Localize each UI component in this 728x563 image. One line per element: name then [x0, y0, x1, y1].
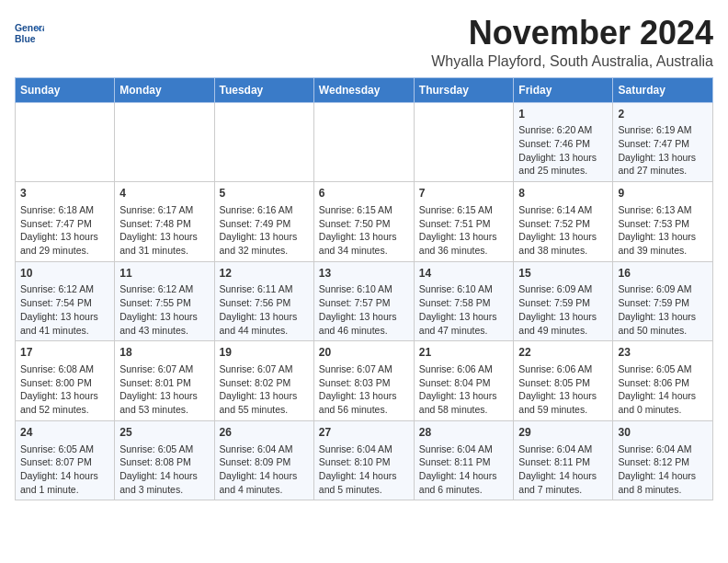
- day-info: and 50 minutes.: [618, 324, 708, 338]
- calendar-cell: 24Sunrise: 6:05 AMSunset: 8:07 PMDayligh…: [16, 420, 115, 500]
- day-info: and 43 minutes.: [119, 324, 209, 338]
- day-info: Sunrise: 6:16 AM: [220, 203, 309, 217]
- day-number: 26: [220, 425, 309, 441]
- day-info: Sunrise: 6:09 AM: [618, 282, 708, 296]
- day-info: and 36 minutes.: [419, 244, 509, 258]
- day-info: Daylight: 13 hours: [319, 389, 409, 403]
- day-number: 19: [220, 345, 309, 361]
- day-info: Sunset: 7:57 PM: [319, 296, 409, 310]
- day-info: Sunset: 7:49 PM: [220, 217, 309, 231]
- day-info: and 32 minutes.: [220, 244, 309, 258]
- day-info: Daylight: 13 hours: [518, 310, 608, 324]
- day-info: Daylight: 13 hours: [618, 230, 708, 244]
- day-info: Sunset: 8:04 PM: [419, 376, 509, 390]
- calendar-cell: 11Sunrise: 6:12 AMSunset: 7:55 PMDayligh…: [115, 261, 214, 341]
- calendar-cell: 5Sunrise: 6:16 AMSunset: 7:49 PMDaylight…: [214, 182, 313, 262]
- day-number: 30: [618, 425, 708, 441]
- day-number: 17: [20, 345, 109, 361]
- calendar-cell: 7Sunrise: 6:15 AMSunset: 7:51 PMDaylight…: [414, 182, 514, 262]
- calendar-cell: 29Sunrise: 6:04 AMSunset: 8:11 PMDayligh…: [514, 420, 613, 500]
- day-info: and 31 minutes.: [119, 244, 209, 258]
- day-info: Sunrise: 6:10 AM: [319, 282, 409, 296]
- day-info: and 0 minutes.: [618, 403, 708, 417]
- day-info: Daylight: 14 hours: [419, 469, 509, 483]
- day-number: 20: [319, 345, 409, 361]
- day-info: Sunset: 7:46 PM: [518, 137, 608, 151]
- calendar-cell: 26Sunrise: 6:04 AMSunset: 8:09 PMDayligh…: [214, 420, 313, 500]
- day-number: 27: [319, 425, 409, 441]
- day-number: 25: [119, 425, 209, 441]
- weekday-wednesday: Wednesday: [313, 77, 414, 102]
- calendar-cell: 23Sunrise: 6:05 AMSunset: 8:06 PMDayligh…: [613, 341, 713, 421]
- weekday-sunday: Sunday: [16, 77, 115, 102]
- day-info: Sunset: 7:47 PM: [20, 217, 109, 231]
- day-info: Sunset: 8:08 PM: [119, 455, 209, 469]
- day-info: and 27 minutes.: [618, 164, 708, 178]
- calendar-cell: 21Sunrise: 6:06 AMSunset: 8:04 PMDayligh…: [414, 341, 514, 421]
- svg-text:General: General: [15, 23, 44, 33]
- day-info: Sunset: 7:55 PM: [119, 296, 209, 310]
- calendar-cell: [115, 102, 214, 182]
- svg-text:Blue: Blue: [15, 34, 36, 44]
- day-info: Sunrise: 6:04 AM: [319, 442, 409, 456]
- day-info: Daylight: 14 hours: [20, 469, 109, 483]
- day-info: and 41 minutes.: [20, 324, 109, 338]
- calendar-cell: [214, 102, 313, 182]
- day-number: 14: [419, 266, 509, 282]
- day-info: and 7 minutes.: [518, 483, 608, 497]
- calendar-cell: 27Sunrise: 6:04 AMSunset: 8:10 PMDayligh…: [313, 420, 414, 500]
- day-info: Sunset: 8:11 PM: [419, 455, 509, 469]
- day-info: Sunrise: 6:15 AM: [419, 203, 509, 217]
- day-info: Sunset: 8:09 PM: [220, 455, 309, 469]
- day-info: and 44 minutes.: [220, 324, 309, 338]
- day-info: Daylight: 13 hours: [319, 230, 409, 244]
- day-number: 28: [419, 425, 509, 441]
- day-info: Sunrise: 6:09 AM: [518, 282, 608, 296]
- day-number: 29: [518, 425, 608, 441]
- day-info: and 3 minutes.: [119, 483, 209, 497]
- calendar-cell: 30Sunrise: 6:04 AMSunset: 8:12 PMDayligh…: [613, 420, 713, 500]
- day-info: and 46 minutes.: [319, 324, 409, 338]
- logo: General Blue: [15, 18, 44, 48]
- calendar-cell: 17Sunrise: 6:08 AMSunset: 8:00 PMDayligh…: [16, 341, 115, 421]
- calendar-cell: 20Sunrise: 6:07 AMSunset: 8:03 PMDayligh…: [313, 341, 414, 421]
- day-info: Sunrise: 6:05 AM: [119, 442, 209, 456]
- day-info: Sunrise: 6:15 AM: [319, 203, 409, 217]
- location-title: Whyalla Playford, South Australia, Austr…: [431, 53, 713, 70]
- day-info: and 52 minutes.: [20, 403, 109, 417]
- day-info: Sunset: 7:51 PM: [419, 217, 509, 231]
- day-info: Daylight: 13 hours: [20, 389, 109, 403]
- day-info: and 38 minutes.: [518, 244, 608, 258]
- day-info: Sunrise: 6:20 AM: [518, 123, 608, 137]
- day-info: Sunset: 7:58 PM: [419, 296, 509, 310]
- weekday-header-row: SundayMondayTuesdayWednesdayThursdayFrid…: [16, 77, 713, 102]
- day-info: Sunrise: 6:05 AM: [20, 442, 109, 456]
- calendar-cell: 9Sunrise: 6:13 AMSunset: 7:53 PMDaylight…: [613, 182, 713, 262]
- day-number: 1: [518, 107, 608, 122]
- title-block: November 2024 Whyalla Playford, South Au…: [431, 15, 713, 70]
- day-info: Sunrise: 6:07 AM: [220, 362, 309, 376]
- calendar-cell: 18Sunrise: 6:07 AMSunset: 8:01 PMDayligh…: [115, 341, 214, 421]
- calendar-cell: 6Sunrise: 6:15 AMSunset: 7:50 PMDaylight…: [313, 182, 414, 262]
- day-info: Sunset: 7:52 PM: [518, 217, 608, 231]
- day-info: Sunset: 7:54 PM: [20, 296, 109, 310]
- weekday-saturday: Saturday: [613, 77, 713, 102]
- day-info: Daylight: 13 hours: [119, 230, 209, 244]
- day-info: Daylight: 13 hours: [20, 310, 109, 324]
- calendar-cell: 3Sunrise: 6:18 AMSunset: 7:47 PMDaylight…: [16, 182, 115, 262]
- day-info: Daylight: 13 hours: [419, 310, 509, 324]
- day-info: Sunset: 8:12 PM: [618, 455, 708, 469]
- day-info: Daylight: 14 hours: [518, 469, 608, 483]
- day-info: and 34 minutes.: [319, 244, 409, 258]
- day-info: Sunrise: 6:04 AM: [518, 442, 608, 456]
- calendar-cell: 14Sunrise: 6:10 AMSunset: 7:58 PMDayligh…: [414, 261, 514, 341]
- day-info: and 4 minutes.: [220, 483, 309, 497]
- day-info: and 59 minutes.: [518, 403, 608, 417]
- day-info: Sunset: 7:59 PM: [618, 296, 708, 310]
- day-number: 23: [618, 345, 708, 361]
- day-info: Sunrise: 6:12 AM: [20, 282, 109, 296]
- day-info: Daylight: 13 hours: [518, 230, 608, 244]
- day-number: 21: [419, 345, 509, 361]
- day-number: 18: [119, 345, 209, 361]
- day-info: and 53 minutes.: [119, 403, 209, 417]
